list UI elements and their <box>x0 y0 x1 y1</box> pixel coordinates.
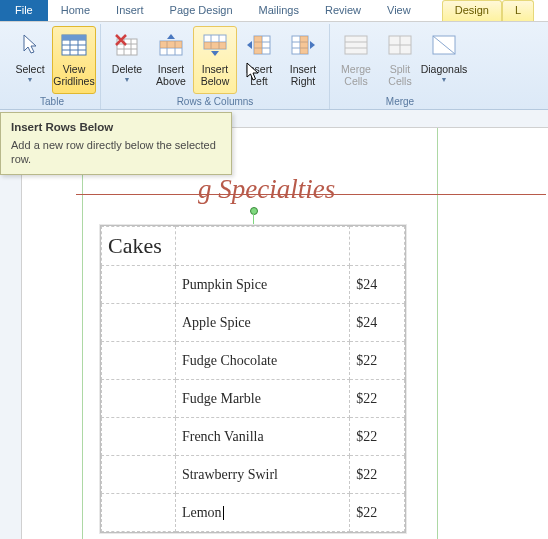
group-table-label: Table <box>8 95 96 109</box>
tab-review[interactable]: Review <box>312 0 374 21</box>
tab-layout[interactable]: L <box>502 0 534 21</box>
table-row: Lemon$22 <box>102 494 405 532</box>
view-gridlines-button[interactable]: View Gridlines <box>52 26 96 94</box>
guide-line <box>437 128 438 539</box>
insert-left-button[interactable]: Insert Left <box>237 26 281 94</box>
insert-right-label: Insert Right <box>290 63 316 87</box>
diagonals-icon <box>428 29 460 61</box>
table-cell[interactable] <box>102 456 176 494</box>
svg-rect-32 <box>345 36 367 54</box>
svg-rect-16 <box>160 41 182 48</box>
table-cell-active[interactable]: Lemon <box>175 494 349 532</box>
table-cell[interactable] <box>102 304 176 342</box>
group-merge: Merge Cells Split Cells Diagonals ▼ Merg… <box>330 24 470 109</box>
delete-icon <box>111 29 143 61</box>
tooltip-title: Insert Rows Below <box>11 121 221 133</box>
table-row: Fudge Marble$22 <box>102 380 405 418</box>
diagonals-button[interactable]: Diagonals ▼ <box>422 26 466 94</box>
tab-view[interactable]: View <box>374 0 424 21</box>
svg-rect-21 <box>204 42 226 49</box>
insert-below-icon <box>199 29 231 61</box>
vertical-ruler[interactable] <box>0 128 22 539</box>
tab-page-design[interactable]: Page Design <box>157 0 246 21</box>
table-row: Cakes <box>102 227 405 266</box>
guide-line <box>82 128 83 539</box>
table-cell[interactable] <box>102 266 176 304</box>
group-rows-columns: Delete ▼ Insert Above Insert Below Inse <box>101 24 330 109</box>
select-button[interactable]: Select ▼ <box>8 26 52 94</box>
split-cells-button: Split Cells <box>378 26 422 94</box>
split-cells-icon <box>384 29 416 61</box>
split-cells-label: Split Cells <box>388 63 411 87</box>
dropdown-arrow-icon: ▼ <box>124 76 131 83</box>
insert-below-label: Insert Below <box>201 63 230 87</box>
delete-label: Delete <box>112 63 142 75</box>
merge-cells-label: Merge Cells <box>341 63 371 87</box>
table-header-cell[interactable]: Cakes <box>102 227 176 266</box>
rotation-handle[interactable] <box>250 207 258 215</box>
table-cell[interactable]: $22 <box>350 456 405 494</box>
table-cell[interactable]: $22 <box>350 380 405 418</box>
table-cell[interactable]: Fudge Chocolate <box>175 342 349 380</box>
insert-above-label: Insert Above <box>156 63 186 87</box>
table-cell[interactable]: $22 <box>350 342 405 380</box>
dropdown-arrow-icon: ▼ <box>441 76 448 83</box>
insert-above-button[interactable]: Insert Above <box>149 26 193 94</box>
document-canvas[interactable]: g Specialties Cakes Pumpkin Spice$24 App… <box>0 128 548 539</box>
table-cell[interactable]: Fudge Marble <box>175 380 349 418</box>
merge-cells-icon <box>340 29 372 61</box>
table-cell[interactable] <box>350 227 405 266</box>
cursor-select-icon <box>14 29 46 61</box>
gridlines-icon <box>58 29 90 61</box>
merge-cells-button: Merge Cells <box>334 26 378 94</box>
table-cell[interactable]: $22 <box>350 494 405 532</box>
svg-rect-31 <box>300 36 308 54</box>
table-cell[interactable]: $22 <box>350 418 405 456</box>
tab-file[interactable]: File <box>0 0 48 21</box>
insert-right-icon <box>287 29 319 61</box>
table-cell[interactable]: French Vanilla <box>175 418 349 456</box>
page-heading[interactable]: g Specialties <box>198 174 335 205</box>
delete-button[interactable]: Delete ▼ <box>105 26 149 94</box>
group-table: Select ▼ View Gridlines Table <box>4 24 101 109</box>
ribbon-tabs: File Home Insert Page Design Mailings Re… <box>0 0 548 22</box>
table-cell[interactable] <box>102 380 176 418</box>
tab-insert[interactable]: Insert <box>103 0 157 21</box>
table-row: Strawberry Swirl$22 <box>102 456 405 494</box>
dropdown-arrow-icon: ▼ <box>27 76 34 83</box>
tab-design[interactable]: Design <box>442 0 502 21</box>
tab-mailings[interactable]: Mailings <box>246 0 312 21</box>
insert-above-icon <box>155 29 187 61</box>
table-row: French Vanilla$22 <box>102 418 405 456</box>
svg-rect-6 <box>62 35 86 40</box>
svg-rect-26 <box>254 36 262 54</box>
table-row: Apple Spice$24 <box>102 304 405 342</box>
table-cell[interactable] <box>102 494 176 532</box>
menu-table[interactable]: Cakes Pumpkin Spice$24 Apple Spice$24 Fu… <box>100 225 406 533</box>
table-cell[interactable] <box>102 342 176 380</box>
tab-home[interactable]: Home <box>48 0 103 21</box>
table-cell[interactable]: Pumpkin Spice <box>175 266 349 304</box>
tooltip-body: Add a new row directly below the selecte… <box>11 138 221 166</box>
table-cell[interactable]: Apple Spice <box>175 304 349 342</box>
insert-below-button[interactable]: Insert Below <box>193 26 237 94</box>
table-cell[interactable]: $24 <box>350 304 405 342</box>
insert-left-icon <box>243 29 275 61</box>
table-cell[interactable] <box>175 227 349 266</box>
table-row: Fudge Chocolate$22 <box>102 342 405 380</box>
table-cell[interactable]: $24 <box>350 266 405 304</box>
diagonals-label: Diagonals <box>421 63 468 75</box>
ribbon: Select ▼ View Gridlines Table Delete ▼ <box>0 22 548 110</box>
table-row: Pumpkin Spice$24 <box>102 266 405 304</box>
insert-right-button[interactable]: Insert Right <box>281 26 325 94</box>
insert-left-label: Insert Left <box>246 63 272 87</box>
select-label: Select <box>15 63 44 75</box>
view-gridlines-label: View Gridlines <box>53 63 94 87</box>
group-merge-label: Merge <box>334 95 466 109</box>
group-rows-columns-label: Rows & Columns <box>105 95 325 109</box>
tooltip: Insert Rows Below Add a new row directly… <box>0 112 232 175</box>
table-cell[interactable] <box>102 418 176 456</box>
table-cell[interactable]: Strawberry Swirl <box>175 456 349 494</box>
